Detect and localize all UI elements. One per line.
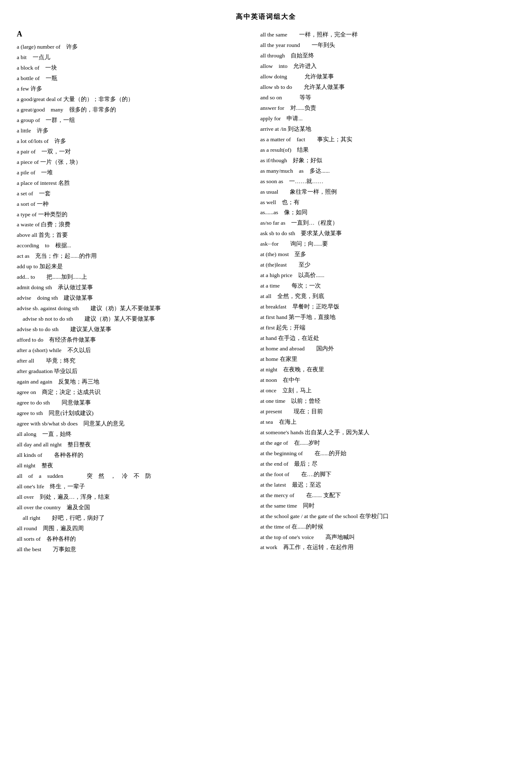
list-item: at all 全然，究竟，到底 — [260, 291, 515, 302]
list-item: as a matter of fact 事实上；其实 — [260, 135, 515, 145]
list-item: agree with sb/what sb does 同意某人的意见 — [17, 419, 248, 429]
list-item: as soon as 一……就…… — [260, 176, 515, 187]
list-item: at the age of 在......岁时 — [260, 438, 515, 448]
list-item: ask···for 询问；向......要 — [260, 239, 515, 249]
list-item: at the school gate / at the gate of the … — [260, 511, 515, 522]
list-item: a group of 一群，一组 — [17, 115, 248, 126]
list-item: admit doing sth 承认做过某事 — [17, 283, 248, 293]
list-item: at the end of 最后；尽 — [260, 459, 515, 469]
list-item: add up to 加起来是 — [17, 262, 248, 272]
list-item: as if/though 好象；好似 — [260, 156, 515, 166]
list-item: all through 自始至终 — [260, 51, 515, 61]
page-title: 高中英语词组大全 — [17, 13, 515, 21]
list-item: all sorts of 各种各样的 — [17, 534, 248, 544]
list-item: at first hand 第一手地，直接地 — [260, 312, 515, 323]
list-item: advise doing sth 建议做某事 — [17, 293, 248, 303]
list-item: according to 根据... — [17, 241, 248, 251]
list-item: a piece of 一片（张，块） — [17, 157, 248, 168]
list-item: again and again 反复地；再三地 — [17, 377, 248, 387]
list-item: a little 许多 — [17, 126, 248, 136]
list-item: at a high price 以高价...... — [260, 270, 515, 281]
list-item: at once 立刻，马上 — [260, 386, 515, 396]
list-item: at a time 每次；一次 — [260, 281, 515, 291]
list-item: as/so far as 一直到…（程度） — [260, 218, 515, 228]
list-item: all over the country 遍及全国 — [17, 503, 248, 513]
list-item: a pile of 一堆 — [17, 168, 248, 178]
list-item: after graduation 毕业以后 — [17, 366, 248, 377]
list-item: a place of interest 名胜 — [17, 178, 248, 189]
list-item: all over 到处，遍及…，浑身，结束 — [17, 492, 248, 503]
list-item: at breakfast 早餐时；正吃早饭 — [260, 302, 515, 312]
column-right: all the same 一样，照样，完全一样all the year roun… — [256, 30, 515, 555]
list-item: all kinds of 各种各样的 — [17, 450, 248, 461]
list-item: agree to sth 同意(计划或建议) — [17, 408, 248, 419]
list-item: a waste of 白费；浪费 — [17, 220, 248, 230]
list-item: all day and all night 整日整夜 — [17, 440, 248, 450]
section-a-header: A — [17, 30, 248, 39]
list-item: all the same 一样，照样，完全一样 — [260, 30, 515, 40]
list-item: apply for 申请... — [260, 114, 515, 124]
list-item: at someone's hands 出自某人之手，因为某人 — [260, 428, 515, 438]
list-item: at first 起先；开端 — [260, 323, 515, 333]
list-item: all one's life 终生，一辈子 — [17, 482, 248, 492]
list-item: a few 许多 — [17, 84, 248, 94]
list-item: afford to do 有经济条件做某事 — [17, 335, 248, 345]
list-item: all round 周围，遍及四周 — [17, 524, 248, 534]
list-item: at home and abroad 国内外 — [260, 344, 515, 354]
list-item: a bit 一点儿 — [17, 52, 248, 63]
list-item: agree on 商定；决定；达成共识 — [17, 387, 248, 398]
list-item: a set of 一套 — [17, 189, 248, 199]
list-item: at noon 在中午 — [260, 375, 515, 386]
list-item: after all 毕竟；终究 — [17, 356, 248, 366]
list-item: at the same time 同时 — [260, 501, 515, 511]
list-item: at the time of 在......的时候 — [260, 522, 515, 532]
list-item: advise sb not to do sth 建议（劝）某人不要做某事 — [17, 314, 248, 324]
list-item: as......as 像；如同 — [260, 207, 515, 218]
list-item: arrive at /in 到达某地 — [260, 124, 515, 135]
list-item: a lot of/lots of 许多 — [17, 136, 248, 147]
list-item: as well 也；有 — [260, 197, 515, 208]
list-item: allow doing 允许做某事 — [260, 72, 515, 82]
list-item: allow sb to do 允许某人做某事 — [260, 82, 515, 93]
list-item: at present 现在；目前 — [260, 407, 515, 417]
list-item: at (the) most 至多 — [260, 249, 515, 260]
list-item: all along 一直，始终 — [17, 429, 248, 440]
list-item: all of a sudden 突 然 ， 冷 不 防 — [17, 471, 248, 482]
list-item: after a (short) while 不久以后 — [17, 345, 248, 356]
list-item: all the best 万事如意 — [17, 544, 248, 555]
list-item: advise sb. against doing sth 建议（劝）某人不要做某… — [17, 303, 248, 314]
list-item: as usual 象往常一样，照例 — [260, 187, 515, 197]
list-item: answer for 对......负责 — [260, 103, 515, 114]
list-item: act as 充当；作；起......的作用 — [17, 251, 248, 262]
list-item: at the beginning of 在......的开始 — [260, 448, 515, 459]
list-item: and so on 等等 — [260, 93, 515, 103]
list-item: a type of 一种类型的 — [17, 210, 248, 220]
list-item: add... to 把......加到......上 — [17, 272, 248, 283]
list-item: as a result(of) 结果 — [260, 145, 515, 156]
list-item: advise sb to do sth 建议某人做某事 — [17, 324, 248, 335]
column-left: A a (large) number of 许多a bit 一点儿a block… — [17, 30, 256, 555]
list-item: ask sb to do sth 要求某人做某事 — [260, 228, 515, 239]
list-item: a pair of 一双，一对 — [17, 147, 248, 157]
list-item: all night 整夜 — [17, 461, 248, 471]
list-item: at work 再工作，在运转，在起作用 — [260, 542, 515, 553]
list-item: at hand 在手边，在近处 — [260, 333, 515, 344]
left-entries: a (large) number of 许多a bit 一点儿a block o… — [17, 42, 248, 555]
list-item: a block of 一块 — [17, 63, 248, 73]
list-item: above all 首先；首要 — [17, 230, 248, 241]
list-item: at sea 在海上 — [260, 417, 515, 428]
list-item: allow into 允许进入 — [260, 61, 515, 72]
list-item: a (large) number of 许多 — [17, 42, 248, 52]
list-item: at the mercy of 在....... 支配下 — [260, 490, 515, 501]
list-item: at the latest 最迟；至迟 — [260, 480, 515, 490]
list-item: a sort of 一种 — [17, 199, 248, 210]
list-item: at night 在夜晚，在夜里 — [260, 365, 515, 375]
list-item: at the top of one's voice 高声地喊叫 — [260, 532, 515, 543]
list-item: as many/much as 多达...... — [260, 166, 515, 176]
list-item: at home 在家里 — [260, 354, 515, 365]
list-item: a great/good many 很多的，非常多的 — [17, 105, 248, 115]
list-item: agree to do sth 同意做某事 — [17, 398, 248, 408]
list-item: a bottle of 一瓶 — [17, 73, 248, 84]
list-item: all the year round 一年到头 — [260, 40, 515, 51]
right-entries: all the same 一样，照样，完全一样all the year roun… — [260, 30, 515, 553]
